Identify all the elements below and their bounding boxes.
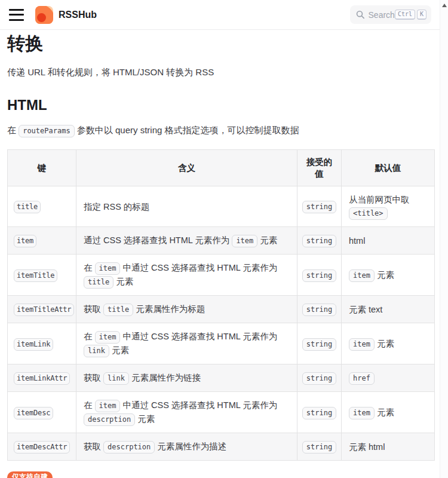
cell-param-key: title [8,186,76,227]
inline-code: itemDescAttr [14,441,70,454]
inline-code: routeParams [19,125,74,137]
search-hotkey: Ctrl K [395,10,426,20]
section-intro: 在 routeParams 参数中以 query string 格式指定选项，可… [7,125,434,137]
search-input[interactable]: Search Ctrl K [350,5,431,24]
inline-code: descrption [84,413,135,426]
inline-code: string [302,441,336,454]
hamburger-bar [9,9,24,11]
inline-code: string [302,201,336,213]
cell-meaning: 在 item 中通过 CSS 选择器查找 HTML 元素作为 title 元素 [76,255,297,296]
cell-meaning: 获取 link 元素属性作为链接 [76,364,297,392]
cell-accepted-value: string [297,255,342,296]
cell-meaning: 通过 CSS 选择器查找 HTML 元素作为 item 元素 [76,227,297,255]
params-table-head: 键 含义 接受的值 默认值 [8,150,435,186]
inline-code: item [232,235,257,247]
cell-default-value: 元素 html [342,433,435,461]
rsshub-logo-icon [35,6,53,24]
page-subtitle: 传递 URL 和转化规则，将 HTML/JSON 转换为 RSS [7,67,434,78]
cell-default-value: href [342,364,435,392]
cell-param-key: itemTitle [8,255,76,296]
inline-code: itemLinkAttr [14,372,70,385]
cell-param-key: itemDesc [8,392,76,433]
cell-param-key: itemTitleAttr [8,296,76,323]
inline-code: string [302,338,336,351]
cell-param-key: item [8,227,76,255]
cell-accepted-value: string [297,323,342,364]
cell-default-value: item 元素 [342,323,435,364]
cell-param-key: itemLinkAttr [8,364,76,392]
inline-code: item [349,407,375,419]
section-heading-html: HTML [7,96,434,114]
inline-code: item [95,262,121,275]
inline-code: item [95,400,121,412]
inline-code: descrption [103,441,155,454]
cell-accepted-value: string [297,392,342,433]
cell-default-value: item 元素 [342,255,435,296]
params-table-body: title指定 RSS 的标题string从当前网页中取 <title>item… [8,186,435,461]
inline-code: <title> [349,207,388,220]
cell-default-value: html [342,227,435,255]
scroll-up-icon[interactable] [442,4,447,7]
inline-code: title [14,201,41,213]
inline-code: title [103,304,133,316]
inline-code: string [302,269,336,282]
cell-param-key: itemLink [8,323,76,364]
search-icon [356,10,365,19]
inline-code: itemLink [14,338,53,351]
table-row: itemTitle在 item 中通过 CSS 选择器查找 HTML 元素作为 … [8,255,435,296]
scrollbar[interactable] [440,0,448,478]
brand-link[interactable]: RSSHub [35,6,97,24]
inline-code: string [302,372,336,385]
hamburger-bar [9,14,24,16]
inline-code: string [302,304,336,316]
kbd-ctrl: Ctrl [395,10,415,20]
logo-dot-shape [37,13,46,22]
table-row: item通过 CSS 选择器查找 HTML 元素作为 item 元素string… [8,227,435,255]
search-placeholder: Search [369,10,395,20]
selfhost-only-badge: 仅支持自建 [7,471,53,478]
inline-code: itemTitle [14,269,57,282]
doc-content: 转换 传递 URL 和转化规则，将 HTML/JSON 转换为 RSS HTML… [0,30,448,478]
inline-code: item [349,269,375,282]
cell-default-value: item 元素 [342,392,435,433]
cell-meaning: 获取 descrption 元素属性作为描述 [76,433,297,461]
kbd-k: K [417,10,426,20]
cell-default-value: 元素 text [342,296,435,323]
col-header-key: 键 [8,150,76,186]
inline-code: link [84,345,109,357]
page-title: 转换 [7,32,434,55]
top-nav: RSSHub Search Ctrl K [0,0,448,30]
cell-meaning: 在 item 中通过 CSS 选择器查找 HTML 元素作为 descrptio… [76,392,297,433]
table-row: itemTitleAttr获取 title 元素属性作为标题string元素 t… [8,296,435,323]
cell-accepted-value: string [297,433,342,461]
col-header-default: 默认值 [342,150,435,186]
table-header-row: 键 含义 接受的值 默认值 [8,150,435,186]
cell-accepted-value: string [297,186,342,227]
cell-accepted-value: string [297,296,342,323]
table-row: itemLinkAttr获取 link 元素属性作为链接stringhref [8,364,435,392]
cell-accepted-value: string [297,364,342,392]
table-row: title指定 RSS 的标题string从当前网页中取 <title> [8,186,435,227]
table-row: itemLink在 item 中通过 CSS 选择器查找 HTML 元素作为 l… [8,323,435,364]
hamburger-bar [9,19,24,21]
cell-meaning: 获取 title 元素属性作为标题 [76,296,297,323]
cell-accepted-value: string [297,227,342,255]
inline-code: itemTitleAttr [14,304,74,316]
table-row: itemDescAttr获取 descrption 元素属性作为描述string… [8,433,435,461]
cell-meaning: 指定 RSS 的标题 [76,186,297,227]
cell-param-key: itemDescAttr [8,433,76,461]
params-table: 键 含义 接受的值 默认值 title指定 RSS 的标题string从当前网页… [7,149,435,461]
inline-code: href [349,372,375,385]
inline-code: title [84,276,113,289]
inline-code: string [302,407,336,419]
inline-code: item [349,338,375,351]
table-row: itemDesc在 item 中通过 CSS 选择器查找 HTML 元素作为 d… [8,392,435,433]
brand-name: RSSHub [59,10,97,20]
inline-code: item [14,235,36,247]
cell-meaning: 在 item 中通过 CSS 选择器查找 HTML 元素作为 link 元素 [76,323,297,364]
col-header-accepts: 接受的值 [297,150,342,186]
inline-code: item [95,331,121,344]
hamburger-menu-button[interactable] [9,8,24,22]
inline-code: link [103,372,129,385]
cell-default-value: 从当前网页中取 <title> [342,186,435,227]
